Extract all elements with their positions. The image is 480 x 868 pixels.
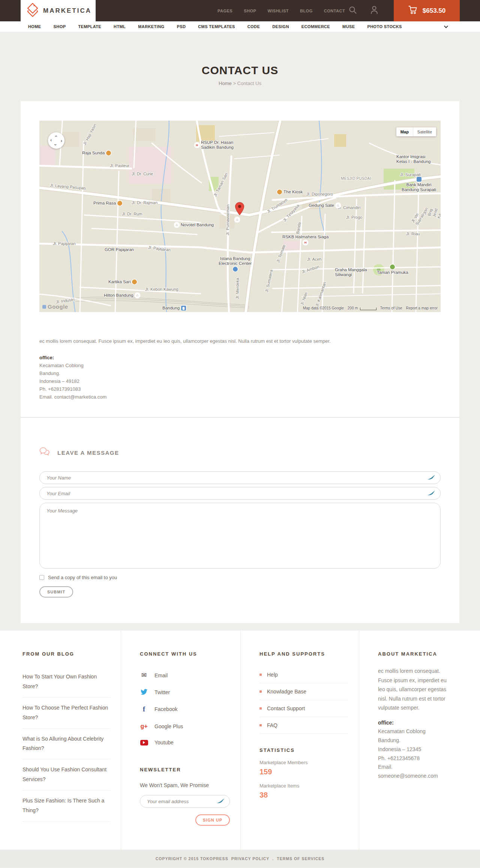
map-label-text: Istana Bandung Electronic Center xyxy=(219,256,252,266)
email-input[interactable] xyxy=(39,487,441,500)
breadcrumb-home-link[interactable]: Home xyxy=(219,81,232,86)
map-label-text: Gedung Sate xyxy=(309,203,334,208)
map-poi-museum-icon: ⌂ xyxy=(336,203,340,208)
menubar-item-photo-stocks[interactable]: PHOTO STOCKS xyxy=(367,24,402,29)
submit-button[interactable]: SUBMIT xyxy=(39,586,73,598)
office-line: Email. contact@marketica.com xyxy=(39,393,441,401)
email-field-wrap xyxy=(39,487,441,500)
google-logo[interactable]: Google xyxy=(42,303,68,310)
menubar-item-psd[interactable]: PSD xyxy=(177,24,186,29)
map-place-label: Bank Mandiri Bandung Surapati xyxy=(402,177,436,192)
social-link-facebook[interactable]: fFacebook xyxy=(140,700,230,718)
social-link-twitter[interactable]: Twitter xyxy=(140,684,230,700)
map-pan-control[interactable]: › › › › xyxy=(48,132,64,149)
map-place-label: ⌂ xyxy=(235,217,241,222)
signup-button[interactable]: SIGN UP xyxy=(195,814,230,826)
blog-post-link[interactable]: How To Choose The Perfect Fashion Store? xyxy=(22,698,110,729)
terms-of-use-link[interactable]: Terms of Use xyxy=(380,306,402,310)
google-logo-icon xyxy=(42,305,46,309)
search-icon[interactable] xyxy=(349,6,357,16)
page-hero: CONTACT US Home > Contact Us xyxy=(0,32,480,101)
map-label-text: Novotel Bandung xyxy=(181,223,214,227)
about-text: ec mollis lorem consequat. Fusce ipsum e… xyxy=(378,666,449,713)
topnav-item-wishlist[interactable]: WISHLIST xyxy=(267,9,289,13)
message-textarea[interactable] xyxy=(39,503,441,569)
help-link-faq[interactable]: FAQ xyxy=(260,717,348,734)
logo[interactable]: MARKETICA xyxy=(21,0,96,21)
social-label: Youtube xyxy=(154,740,174,745)
privacy-policy-link[interactable]: PRIVACY POLICY xyxy=(231,856,270,861)
menubar-item-template[interactable]: TEMPLATE xyxy=(78,24,101,29)
pan-down-icon[interactable]: › xyxy=(53,144,58,145)
copyright-bar: COPYRIGHT © 2015 TOKOPRESS PRIVACY POLIC… xyxy=(0,850,480,867)
send-copy-checkbox[interactable] xyxy=(39,575,44,580)
pan-left-icon[interactable]: › xyxy=(50,138,52,143)
menubar-item-code[interactable]: CODE xyxy=(248,24,260,29)
social-link-youtube[interactable]: Youtube xyxy=(140,735,230,750)
map-poi-hotel-icon: ⌂ xyxy=(174,223,179,227)
topnav-item-pages[interactable]: PAGES xyxy=(218,9,232,13)
statistics-heading: STATISTICS xyxy=(260,747,348,753)
blog-post-link[interactable]: Plus Size Fashion: Is There Such a Thing… xyxy=(22,790,110,822)
map-label-text: Jl. Kebon Kawung xyxy=(145,287,178,292)
office-label: office: xyxy=(39,354,441,362)
email-icon-wrap: ✉ xyxy=(140,671,148,679)
menubar-item-muse[interactable]: MUSE xyxy=(342,24,355,29)
help-link-help[interactable]: Help xyxy=(260,666,348,683)
user-icon[interactable] xyxy=(370,6,378,16)
newsletter-heading: NEWSLETTER xyxy=(140,767,230,772)
help-label: FAQ xyxy=(267,722,278,728)
message-form-card: LEAVE A MESSAGE Send a copy of this emai… xyxy=(21,418,459,623)
map-place-label: Prima Rasa xyxy=(93,201,122,206)
map-road-label: Jl. Dr. Rum xyxy=(122,212,142,217)
topnav-item-shop[interactable]: SHOP xyxy=(244,9,256,13)
map-label-text: MESJID PUSDAI xyxy=(341,176,371,181)
map-type-map-button[interactable]: Map xyxy=(396,127,413,136)
cart-button[interactable]: $653.50 xyxy=(394,0,460,21)
map-label-text: The Kiosk xyxy=(284,190,303,194)
blog-post-link[interactable]: Should You Use Fashion Consultant Servic… xyxy=(22,759,110,790)
help-link-knowladge-base[interactable]: Knowladge Base xyxy=(260,683,348,700)
topnav-item-contact[interactable]: CONTACT xyxy=(324,9,345,13)
map-location-marker[interactable] xyxy=(235,202,244,215)
square-bullet-icon xyxy=(260,674,262,676)
name-input[interactable] xyxy=(39,471,441,484)
map-poi-train-icon: ▮ xyxy=(181,306,186,311)
map-road-label: Jl. Aceh xyxy=(307,257,322,262)
social-label: Facebook xyxy=(154,706,177,712)
menubar-item-home[interactable]: HOME xyxy=(28,24,41,29)
pan-right-icon[interactable]: › xyxy=(61,138,62,143)
map-place-label: Graha Manggala Siliwangi xyxy=(335,267,367,277)
menubar-item-shop[interactable]: SHOP xyxy=(54,24,66,29)
help-link-contact-support[interactable]: Contact Support xyxy=(260,700,348,717)
menubar-item-design[interactable]: DESIGN xyxy=(272,24,289,29)
map-scalebar: 200 m xyxy=(348,306,376,310)
map-type-satellite-button[interactable]: Satellite xyxy=(413,127,436,136)
map-label-text: Jl. Riau xyxy=(406,232,420,236)
form-heading: LEAVE A MESSAGE xyxy=(57,450,119,456)
map-poi-hotel-icon: ⌂ xyxy=(235,217,240,222)
breadcrumb: Home > Contact Us xyxy=(0,81,480,86)
blog-post-link[interactable]: What is So Alluring About Celebrity Fash… xyxy=(22,729,110,760)
menubar-item-ecommerce[interactable]: ECOMMERCE xyxy=(302,24,330,29)
menubar-item-html[interactable]: HTML xyxy=(114,24,126,29)
menubar-more-chevron-icon[interactable] xyxy=(444,24,448,28)
pan-up-icon[interactable]: › xyxy=(53,135,58,137)
map-label-text: Jl. Cimandiri xyxy=(338,205,361,210)
menubar-item-cms-templates[interactable]: CMS TEMPLATES xyxy=(198,24,235,29)
topnav-item-blog[interactable]: BLOG xyxy=(300,9,313,13)
social-link-gplus[interactable]: g+Google Plus xyxy=(140,718,230,735)
statistics-list: Marketplace Members159Marketplace Items3… xyxy=(260,760,348,799)
square-bullet-icon xyxy=(260,724,262,726)
map-type-control: Map Satellite xyxy=(396,127,436,136)
blog-post-link[interactable]: How To Start Your Own Fashion Store? xyxy=(22,666,110,698)
social-label: Email xyxy=(154,672,168,678)
send-copy-row: Send a copy of this email to you xyxy=(39,575,441,580)
map-label-text: Taman Pramuka xyxy=(377,270,408,275)
menubar-item-marketing[interactable]: MARKETING xyxy=(138,24,164,29)
google-map[interactable]: Jl. Layang PasupatiJl. PasteurJl. Dr. Cu… xyxy=(39,121,441,312)
terms-of-services-link[interactable]: TERMS OF SERVICES xyxy=(277,856,324,861)
report-map-error-link[interactable]: Report a map error xyxy=(406,306,438,310)
social-link-email[interactable]: ✉Email xyxy=(140,666,230,684)
office-line: Ph. +62817391083 xyxy=(39,385,441,393)
